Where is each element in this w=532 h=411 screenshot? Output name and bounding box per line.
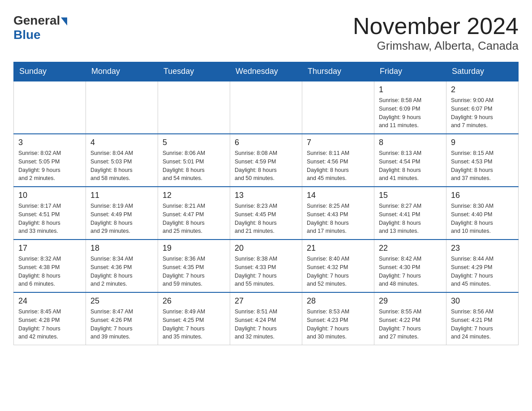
logo-general-text: General — [13, 13, 68, 28]
day-info: Sunrise: 8:58 AM Sunset: 6:09 PM Dayligh… — [379, 96, 442, 130]
day-info: Sunrise: 8:17 AM Sunset: 4:51 PM Dayligh… — [18, 202, 81, 235]
day-number: 16 — [451, 191, 514, 200]
day-info: Sunrise: 8:32 AM Sunset: 4:38 PM Dayligh… — [18, 255, 81, 288]
weekday-header-saturday: Saturday — [446, 62, 519, 81]
day-info: Sunrise: 8:47 AM Sunset: 4:26 PM Dayligh… — [90, 308, 153, 341]
day-number: 22 — [379, 244, 442, 253]
day-info: Sunrise: 8:13 AM Sunset: 4:54 PM Dayligh… — [379, 149, 442, 183]
day-info: Sunrise: 8:34 AM Sunset: 4:36 PM Dayligh… — [90, 255, 153, 288]
day-number: 5 — [163, 138, 225, 147]
logo-triangle-icon — [61, 17, 67, 26]
calendar-cell: 21Sunrise: 8:40 AM Sunset: 4:32 PM Dayli… — [302, 240, 374, 292]
day-info: Sunrise: 8:02 AM Sunset: 5:05 PM Dayligh… — [18, 149, 81, 183]
day-number: 1 — [379, 85, 442, 94]
day-info: Sunrise: 8:23 AM Sunset: 4:45 PM Dayligh… — [235, 202, 297, 235]
weekday-header-friday: Friday — [374, 62, 446, 81]
calendar-cell: 10Sunrise: 8:17 AM Sunset: 4:51 PM Dayli… — [14, 187, 86, 240]
calendar-cell: 18Sunrise: 8:34 AM Sunset: 4:36 PM Dayli… — [86, 240, 158, 292]
day-number: 17 — [18, 244, 81, 253]
logo-blue-text: Blue — [13, 28, 41, 42]
calendar-week-row: 1Sunrise: 8:58 AM Sunset: 6:09 PM Daylig… — [14, 81, 519, 134]
calendar-cell: 6Sunrise: 8:08 AM Sunset: 4:59 PM Daylig… — [230, 134, 302, 187]
calendar-cell: 24Sunrise: 8:45 AM Sunset: 4:28 PM Dayli… — [14, 292, 86, 345]
calendar-cell: 4Sunrise: 8:04 AM Sunset: 5:03 PM Daylig… — [86, 134, 158, 187]
day-number: 27 — [235, 296, 297, 306]
calendar-week-row: 17Sunrise: 8:32 AM Sunset: 4:38 PM Dayli… — [14, 240, 519, 292]
calendar-cell: 9Sunrise: 8:15 AM Sunset: 4:53 PM Daylig… — [446, 134, 519, 187]
day-info: Sunrise: 8:40 AM Sunset: 4:32 PM Dayligh… — [307, 255, 369, 288]
day-info: Sunrise: 8:36 AM Sunset: 4:35 PM Dayligh… — [163, 255, 225, 288]
day-number: 28 — [307, 296, 369, 306]
title-block: November 2024 Grimshaw, Alberta, Canada — [353, 13, 519, 53]
calendar-cell: 15Sunrise: 8:27 AM Sunset: 4:41 PM Dayli… — [374, 187, 446, 240]
calendar-cell — [158, 81, 230, 134]
calendar-cell: 13Sunrise: 8:23 AM Sunset: 4:45 PM Dayli… — [230, 187, 302, 240]
day-info: Sunrise: 8:45 AM Sunset: 4:28 PM Dayligh… — [18, 308, 81, 341]
calendar-cell: 30Sunrise: 8:56 AM Sunset: 4:21 PM Dayli… — [446, 292, 519, 345]
day-number: 26 — [163, 296, 225, 306]
day-number: 21 — [307, 244, 369, 253]
day-number: 14 — [307, 191, 369, 200]
calendar-cell — [230, 81, 302, 134]
day-info: Sunrise: 8:38 AM Sunset: 4:33 PM Dayligh… — [235, 255, 297, 288]
calendar-cell: 20Sunrise: 8:38 AM Sunset: 4:33 PM Dayli… — [230, 240, 302, 292]
day-info: Sunrise: 8:51 AM Sunset: 4:24 PM Dayligh… — [235, 308, 297, 341]
day-info: Sunrise: 8:55 AM Sunset: 4:22 PM Dayligh… — [379, 308, 442, 341]
day-number: 11 — [90, 191, 153, 200]
day-info: Sunrise: 8:19 AM Sunset: 4:49 PM Dayligh… — [90, 202, 153, 235]
logo: General Blue — [13, 13, 68, 42]
day-number: 13 — [235, 191, 297, 200]
calendar-cell: 5Sunrise: 8:06 AM Sunset: 5:01 PM Daylig… — [158, 134, 230, 187]
day-info: Sunrise: 8:04 AM Sunset: 5:03 PM Dayligh… — [90, 149, 153, 183]
weekday-header-sunday: Sunday — [14, 62, 86, 81]
calendar-cell: 3Sunrise: 8:02 AM Sunset: 5:05 PM Daylig… — [14, 134, 86, 187]
day-number: 2 — [451, 85, 514, 94]
day-number: 3 — [18, 138, 81, 147]
day-info: Sunrise: 8:30 AM Sunset: 4:40 PM Dayligh… — [451, 202, 514, 235]
day-number: 7 — [307, 138, 369, 147]
day-number: 25 — [90, 296, 153, 306]
day-info: Sunrise: 9:00 AM Sunset: 6:07 PM Dayligh… — [451, 96, 514, 130]
day-number: 9 — [451, 138, 514, 147]
day-number: 23 — [451, 244, 514, 253]
location-subtitle: Grimshaw, Alberta, Canada — [353, 39, 519, 53]
day-number: 18 — [90, 244, 153, 253]
day-number: 10 — [18, 191, 81, 200]
calendar-cell: 16Sunrise: 8:30 AM Sunset: 4:40 PM Dayli… — [446, 187, 519, 240]
day-number: 15 — [379, 191, 442, 200]
calendar-cell: 23Sunrise: 8:44 AM Sunset: 4:29 PM Dayli… — [446, 240, 519, 292]
day-info: Sunrise: 8:06 AM Sunset: 5:01 PM Dayligh… — [163, 149, 225, 183]
calendar-cell: 14Sunrise: 8:25 AM Sunset: 4:43 PM Dayli… — [302, 187, 374, 240]
calendar-cell: 22Sunrise: 8:42 AM Sunset: 4:30 PM Dayli… — [374, 240, 446, 292]
calendar-cell: 12Sunrise: 8:21 AM Sunset: 4:47 PM Dayli… — [158, 187, 230, 240]
calendar-cell — [86, 81, 158, 134]
weekday-header-wednesday: Wednesday — [230, 62, 302, 81]
calendar-cell: 19Sunrise: 8:36 AM Sunset: 4:35 PM Dayli… — [158, 240, 230, 292]
calendar-cell: 2Sunrise: 9:00 AM Sunset: 6:07 PM Daylig… — [446, 81, 519, 134]
calendar-cell: 17Sunrise: 8:32 AM Sunset: 4:38 PM Dayli… — [14, 240, 86, 292]
calendar-cell: 25Sunrise: 8:47 AM Sunset: 4:26 PM Dayli… — [86, 292, 158, 345]
day-info: Sunrise: 8:56 AM Sunset: 4:21 PM Dayligh… — [451, 308, 514, 341]
day-number: 6 — [235, 138, 297, 147]
calendar-week-row: 3Sunrise: 8:02 AM Sunset: 5:05 PM Daylig… — [14, 134, 519, 187]
day-info: Sunrise: 8:15 AM Sunset: 4:53 PM Dayligh… — [451, 149, 514, 183]
day-number: 29 — [379, 296, 442, 306]
day-number: 24 — [18, 296, 81, 306]
calendar-cell: 11Sunrise: 8:19 AM Sunset: 4:49 PM Dayli… — [86, 187, 158, 240]
calendar-cell: 8Sunrise: 8:13 AM Sunset: 4:54 PM Daylig… — [374, 134, 446, 187]
day-number: 12 — [163, 191, 225, 200]
day-info: Sunrise: 8:49 AM Sunset: 4:25 PM Dayligh… — [163, 308, 225, 341]
calendar-week-row: 10Sunrise: 8:17 AM Sunset: 4:51 PM Dayli… — [14, 187, 519, 240]
calendar-cell: 7Sunrise: 8:11 AM Sunset: 4:56 PM Daylig… — [302, 134, 374, 187]
calendar-header-row: SundayMondayTuesdayWednesdayThursdayFrid… — [14, 62, 519, 81]
calendar-cell: 1Sunrise: 8:58 AM Sunset: 6:09 PM Daylig… — [374, 81, 446, 134]
calendar-week-row: 24Sunrise: 8:45 AM Sunset: 4:28 PM Dayli… — [14, 292, 519, 345]
calendar-cell: 26Sunrise: 8:49 AM Sunset: 4:25 PM Dayli… — [158, 292, 230, 345]
day-number: 20 — [235, 244, 297, 253]
day-info: Sunrise: 8:11 AM Sunset: 4:56 PM Dayligh… — [307, 149, 369, 183]
day-info: Sunrise: 8:08 AM Sunset: 4:59 PM Dayligh… — [235, 149, 297, 183]
calendar-table: SundayMondayTuesdayWednesdayThursdayFrid… — [13, 62, 519, 345]
calendar-cell — [302, 81, 374, 134]
day-info: Sunrise: 8:42 AM Sunset: 4:30 PM Dayligh… — [379, 255, 442, 288]
month-year-title: November 2024 — [353, 13, 519, 39]
